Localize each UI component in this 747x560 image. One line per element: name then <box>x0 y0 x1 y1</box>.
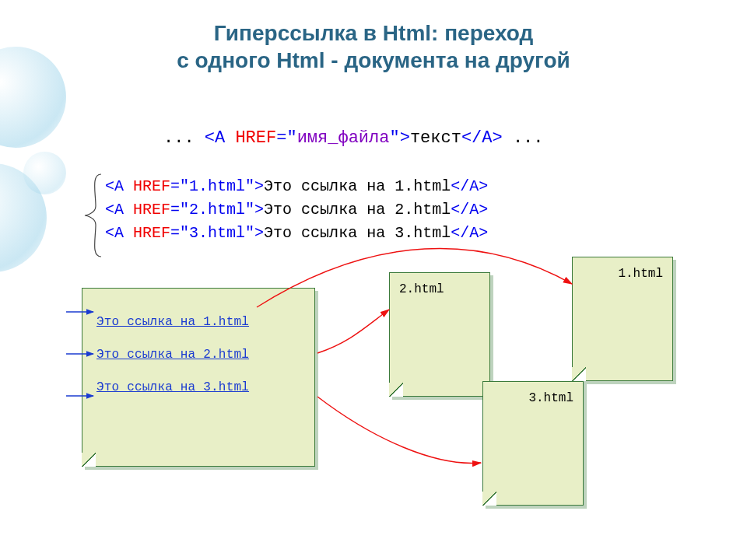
attr-name: href <box>235 128 276 148</box>
decor-bubble <box>23 152 66 194</box>
syntax-prefix: ... <box>163 128 195 148</box>
page-fold-icon <box>572 367 586 381</box>
file-label: 2.html <box>399 282 480 296</box>
code-examples: <a href="1.html">Это ссылка на 1.html</a… <box>105 175 488 245</box>
file-label: 3.html <box>493 391 573 405</box>
rendered-link[interactable]: Это ссылка на 3.html <box>96 380 300 394</box>
rendered-link[interactable]: Это ссылка на 1.html <box>96 315 300 329</box>
page-title: Гиперссылка в Html: переход с одного Htm… <box>0 19 747 74</box>
code-line: <a href="1.html">Это ссылка на 1.html</a… <box>105 175 488 198</box>
target-page-2: 2.html <box>389 272 490 397</box>
source-page-render: Это ссылка на 1.html Это ссылка на 2.htm… <box>82 288 315 467</box>
angle-open: < <box>205 128 215 148</box>
link-text: текст <box>410 128 461 148</box>
target-page-3: 3.html <box>482 381 584 506</box>
syntax-suffix: ... <box>513 128 544 148</box>
title-line-2: с одного Html - документа на другой <box>177 48 570 72</box>
page-fold-icon <box>389 383 403 397</box>
rendered-link[interactable]: Это ссылка на 2.html <box>96 348 300 362</box>
tag-name: a <box>215 128 225 148</box>
attr-value: имя_файла <box>297 128 390 148</box>
target-page-1: 1.html <box>572 257 673 381</box>
arrow-icon <box>317 310 389 353</box>
code-line: <a href="3.html">Это ссылка на 3.html</a… <box>105 222 488 245</box>
arrow-icon <box>317 397 481 463</box>
title-line-1: Гиперссылка в Html: переход <box>214 21 534 45</box>
code-line: <a href="2.html">Это ссылка на 2.html</a… <box>105 198 488 222</box>
curly-brace-icon <box>82 171 105 261</box>
file-label: 1.html <box>582 267 663 281</box>
page-fold-icon <box>82 453 96 467</box>
page-fold-icon <box>482 492 496 506</box>
syntax-template: ... <a href="имя_файла">текст</a> ... <box>163 128 544 148</box>
